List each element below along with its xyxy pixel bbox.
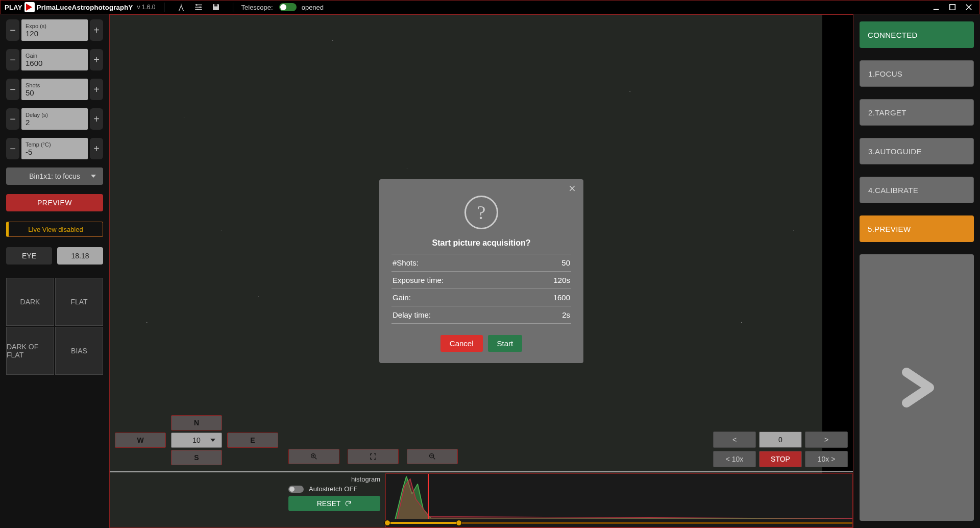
decrement-button[interactable]: − — [6, 108, 19, 130]
connected-status[interactable]: CONNECTED — [860, 21, 974, 48]
app-logo-icon — [24, 2, 35, 12]
spin-field[interactable]: Temp (°C)-5 — [21, 138, 88, 159]
spin-temp-c-: −Temp (°C)-5+ — [6, 138, 103, 159]
decrement-button[interactable]: − — [6, 138, 19, 159]
modal-start-button[interactable]: Start — [488, 335, 523, 352]
separator — [164, 3, 164, 12]
svg-point-1 — [199, 7, 201, 8]
spin-expo-s-: −Expo (s)120+ — [6, 19, 103, 41]
app-version: v 1.6.0 — [137, 4, 155, 11]
modal-row-key: Gain: — [393, 293, 411, 302]
decrement-button[interactable]: − — [6, 79, 19, 100]
window-maximize-button[interactable] — [946, 1, 959, 14]
spin-label: Gain — [26, 53, 84, 59]
app-name: PrimaLuceAstrophotographY — [37, 4, 133, 11]
eye-value: 18.18 — [57, 247, 103, 265]
svg-rect-4 — [214, 4, 217, 7]
modal-row: Gain:1600 — [391, 289, 571, 306]
spin-label: Expo (s) — [26, 23, 84, 29]
spin-field[interactable]: Expo (s)120 — [21, 19, 88, 41]
spin-gain: −Gain1600+ — [6, 49, 103, 70]
question-icon: ? — [464, 196, 498, 229]
workflow-step-1[interactable]: 1.FOCUS — [860, 60, 974, 87]
acquisition-modal: ? Start picture acquisition? #Shots:50Ex… — [379, 179, 583, 363]
tripod-icon[interactable] — [177, 3, 186, 12]
dark-button[interactable]: DARK — [6, 278, 54, 326]
window-minimize-button[interactable] — [929, 1, 943, 14]
title-bar: PLAY PrimaLuceAstrophotographY v 1.6.0 T… — [0, 0, 980, 14]
left-panel: −Expo (s)120+−Gain1600+−Shots50+−Delay (… — [0, 14, 109, 528]
spin-label: Shots — [26, 82, 84, 88]
modal-row-value: 50 — [561, 258, 570, 267]
app-play: PLAY — [5, 4, 22, 11]
modal-row-key: Exposure time: — [393, 276, 444, 284]
spin-label: Delay (s) — [26, 112, 84, 118]
decrement-button[interactable]: − — [6, 19, 19, 41]
spin-shots: −Shots50+ — [6, 79, 103, 100]
modal-row-value: 120s — [553, 276, 570, 284]
eye-button[interactable]: EYE — [6, 247, 52, 265]
spin-value: 120 — [26, 29, 84, 38]
modal-overlay: ? Start picture acquisition? #Shots:50Ex… — [110, 15, 853, 527]
workflow-step-3[interactable]: 3.AUTOGUIDE — [860, 138, 974, 164]
spin-value: 2 — [26, 118, 84, 127]
separator — [233, 3, 233, 12]
spin-field[interactable]: Gain1600 — [21, 49, 88, 70]
play-icon — [891, 362, 942, 413]
svg-point-2 — [197, 9, 199, 10]
binning-dropdown[interactable]: Bin1x1: to focus — [6, 167, 103, 185]
modal-row-key: Delay time: — [393, 310, 431, 319]
modal-row: #Shots:50 — [391, 254, 571, 272]
modal-row-key: #Shots: — [393, 258, 419, 267]
run-button[interactable] — [860, 254, 974, 521]
binning-value: Bin1x1: to focus — [29, 172, 80, 180]
workflow-step-4[interactable]: 4.CALIBRATE — [860, 177, 974, 203]
svg-rect-6 — [950, 5, 955, 10]
flat-button[interactable]: FLAT — [55, 278, 103, 326]
image-viewport[interactable]: N W 10 E S < 0 > < 10x STOP 10x > — [109, 14, 853, 528]
spin-value: 50 — [26, 88, 84, 97]
modal-row-value: 1600 — [553, 293, 570, 302]
telescope-toggle[interactable] — [279, 3, 297, 11]
settings-sliders-icon[interactable] — [194, 3, 203, 12]
modal-row: Delay time:2s — [391, 306, 571, 324]
workflow-step-5[interactable]: 5.PREVIEW — [860, 215, 974, 242]
spin-label: Temp (°C) — [26, 141, 84, 148]
telescope-status: opened — [302, 4, 324, 11]
modal-row-value: 2s — [562, 310, 570, 319]
window-close-button[interactable] — [962, 1, 975, 14]
calibration-grid: DARK FLAT DARK OF FLAT BIAS — [6, 278, 103, 375]
spin-delay-s-: −Delay (s)2+ — [6, 108, 103, 130]
increment-button[interactable]: + — [90, 49, 103, 70]
spin-field[interactable]: Delay (s)2 — [21, 108, 88, 130]
telescope-label: Telescope: — [241, 4, 273, 11]
spin-value: 1600 — [26, 59, 84, 67]
modal-cancel-button[interactable]: Cancel — [440, 335, 483, 352]
increment-button[interactable]: + — [90, 19, 103, 41]
save-icon[interactable] — [211, 3, 220, 12]
svg-point-0 — [195, 4, 197, 6]
increment-button[interactable]: + — [90, 108, 103, 130]
increment-button[interactable]: + — [90, 138, 103, 159]
dark-of-flat-button[interactable]: DARK OF FLAT — [6, 327, 54, 375]
bias-button[interactable]: BIAS — [55, 327, 103, 375]
decrement-button[interactable]: − — [6, 49, 19, 70]
liveview-status[interactable]: Live View disabled — [6, 222, 103, 237]
right-panel: CONNECTED 1.FOCUS2.TARGET3.AUTOGUIDE4.CA… — [853, 14, 980, 528]
increment-button[interactable]: + — [90, 79, 103, 100]
workflow-step-2[interactable]: 2.TARGET — [860, 99, 974, 126]
spin-value: -5 — [26, 148, 84, 156]
spin-field[interactable]: Shots50 — [21, 79, 88, 100]
modal-row: Exposure time:120s — [391, 272, 571, 289]
modal-title: Start picture acquisition? — [391, 238, 571, 248]
preview-button[interactable]: PREVIEW — [6, 194, 103, 211]
modal-close-button[interactable] — [568, 184, 576, 195]
